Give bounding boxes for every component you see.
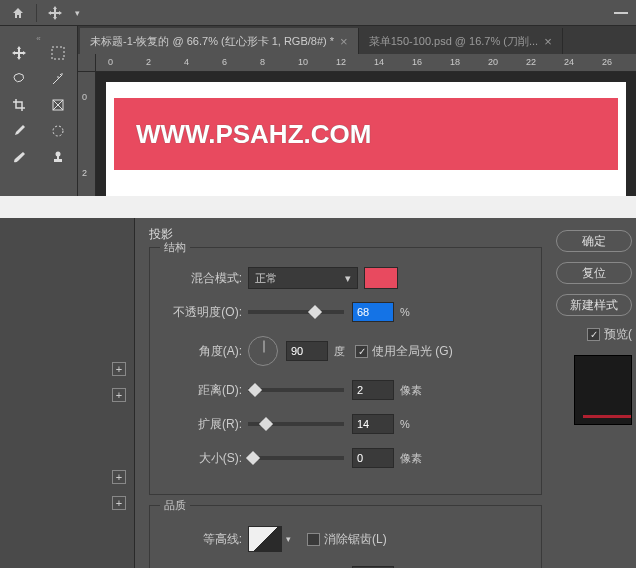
canvas[interactable]: WWW.PSAHZ.COM (106, 82, 626, 196)
move-tool-icon[interactable] (45, 3, 65, 23)
global-light-checkbox[interactable] (355, 345, 368, 358)
frame-tool[interactable] (39, 92, 78, 118)
horizontal-ruler[interactable]: 0 2 4 6 8 10 12 14 16 18 20 22 24 26 (96, 54, 636, 72)
stamp-tool[interactable] (39, 144, 78, 170)
slider-thumb[interactable] (246, 451, 260, 465)
options-bar: ▾ (0, 0, 636, 26)
banner-text: WWW.PSAHZ.COM (136, 119, 371, 150)
opacity-slider[interactable] (248, 310, 344, 314)
spread-unit: % (400, 418, 410, 430)
svg-rect-4 (54, 159, 62, 162)
chevron-down-icon[interactable]: ▾ (75, 8, 80, 18)
contour-label: 等高线: (160, 531, 248, 548)
selection-tool[interactable] (39, 118, 78, 144)
ruler-tick: 18 (450, 57, 460, 67)
tools-collapse-tab[interactable]: « (0, 30, 77, 40)
style-settings-panel: 投影 结构 混合模式: 正常 ▾ 不透明度(O): 68 % 角度(A): (135, 218, 556, 568)
lasso-tool[interactable] (0, 66, 39, 92)
add-effect-button[interactable]: + (112, 496, 126, 510)
angle-row: 角度(A): 90 度 使用全局光 (G) (160, 334, 531, 368)
eyedropper-tool[interactable] (0, 118, 39, 144)
opacity-input[interactable]: 68 (352, 302, 394, 322)
opacity-unit: % (400, 306, 410, 318)
angle-input[interactable]: 90 (286, 341, 328, 361)
workspace: « 未标题-1-恢复的 @ 66.7% (红心形卡 1, RGB/8#) * × (0, 26, 636, 196)
ruler-tick: 0 (82, 92, 87, 102)
document-tab-active[interactable]: 未标题-1-恢复的 @ 66.7% (红心形卡 1, RGB/8#) * × (80, 28, 359, 54)
blend-mode-select[interactable]: 正常 ▾ (248, 267, 358, 289)
ruler-tick: 22 (526, 57, 536, 67)
close-icon[interactable]: × (544, 34, 552, 49)
distance-input[interactable]: 2 (352, 380, 394, 400)
blend-mode-value: 正常 (255, 271, 277, 286)
minimize-button[interactable] (614, 12, 628, 14)
opacity-label: 不透明度(O): (160, 304, 248, 321)
home-icon[interactable] (8, 3, 28, 23)
brush-tool[interactable] (0, 144, 39, 170)
size-label: 大小(S): (160, 450, 248, 467)
ruler-tick: 10 (298, 57, 308, 67)
svg-rect-0 (52, 47, 64, 59)
distance-unit: 像素 (400, 383, 422, 398)
move-tool[interactable] (0, 40, 39, 66)
angle-label: 角度(A): (160, 343, 248, 360)
size-input[interactable]: 0 (352, 448, 394, 468)
vertical-ruler[interactable]: 0 2 (78, 72, 96, 196)
fieldset-label: 品质 (160, 498, 190, 513)
ok-button[interactable]: 确定 (556, 230, 632, 252)
add-effect-button[interactable]: + (112, 470, 126, 484)
ruler-tick: 24 (564, 57, 574, 67)
document-area: 未标题-1-恢复的 @ 66.7% (红心形卡 1, RGB/8#) * × 菜… (78, 26, 636, 196)
ruler-tick: 2 (146, 57, 151, 67)
antialias-label: 消除锯齿(L) (324, 531, 387, 548)
contour-picker[interactable] (248, 526, 282, 552)
ruler-tick: 6 (222, 57, 227, 67)
layer-style-dialog: + + + + 投影 结构 混合模式: 正常 ▾ 不透明度(O): 68 % (0, 218, 636, 568)
separator (36, 4, 37, 22)
add-effect-button[interactable]: + (112, 388, 126, 402)
distance-row: 距离(D): 2 像素 (160, 378, 531, 402)
marquee-tool[interactable] (39, 40, 78, 66)
structure-fieldset: 结构 混合模式: 正常 ▾ 不透明度(O): 68 % 角度(A): 90 度 (149, 247, 542, 495)
dialog-section-title: 投影 (149, 226, 542, 243)
ruler-tick: 14 (374, 57, 384, 67)
shadow-color-swatch[interactable] (364, 267, 398, 289)
antialias-checkbox[interactable] (307, 533, 320, 546)
crop-tool[interactable] (0, 92, 39, 118)
size-slider[interactable] (248, 456, 344, 460)
spread-input[interactable]: 14 (352, 414, 394, 434)
angle-dial[interactable] (248, 336, 278, 366)
spread-row: 扩展(R): 14 % (160, 412, 531, 436)
window-controls (614, 4, 628, 14)
contour-row: 等高线: ▾ 消除锯齿(L) (160, 524, 531, 554)
style-list-panel: + + + + (0, 218, 135, 568)
global-light-label: 使用全局光 (G) (372, 343, 453, 360)
new-style-button[interactable]: 新建样式 (556, 294, 632, 316)
size-row: 大小(S): 0 像素 (160, 446, 531, 470)
spread-slider[interactable] (248, 422, 344, 426)
preview-row: 预览( (556, 326, 636, 343)
slider-thumb[interactable] (308, 305, 322, 319)
noise-row: 杂色(N): 0 % (160, 564, 531, 568)
chevron-down-icon[interactable]: ▾ (286, 534, 291, 544)
preview-canvas (574, 355, 632, 425)
ruler-tick: 16 (412, 57, 422, 67)
ruler-tick: 20 (488, 57, 498, 67)
close-icon[interactable]: × (340, 34, 348, 49)
tab-title: 菜单150-100.psd @ 16.7% (刀削... (369, 34, 539, 49)
angle-hand (264, 341, 265, 353)
distance-slider[interactable] (248, 388, 344, 392)
preview-checkbox[interactable] (587, 328, 600, 341)
window-gap (0, 196, 636, 218)
document-tab-bar: 未标题-1-恢复的 @ 66.7% (红心形卡 1, RGB/8#) * × 菜… (78, 26, 636, 54)
svg-point-2 (53, 126, 63, 136)
magic-wand-tool[interactable] (39, 66, 78, 92)
slider-thumb[interactable] (259, 417, 273, 431)
banner-shape: WWW.PSAHZ.COM (114, 98, 618, 170)
preview-label: 预览( (604, 326, 632, 343)
document-tab-inactive[interactable]: 菜单150-100.psd @ 16.7% (刀削... × (359, 28, 563, 54)
slider-thumb[interactable] (248, 383, 262, 397)
add-effect-button[interactable]: + (112, 362, 126, 376)
cancel-button[interactable]: 复位 (556, 262, 632, 284)
svg-point-3 (55, 152, 60, 157)
